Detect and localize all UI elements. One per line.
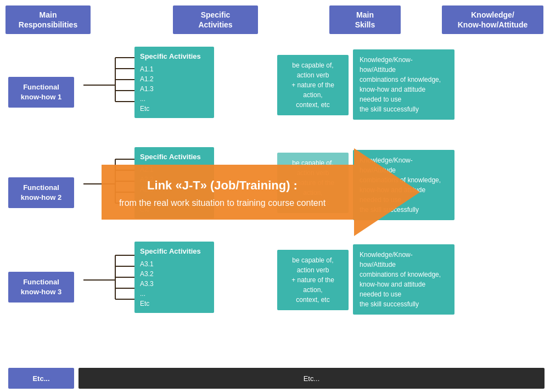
specific-item-dots2: ...	[140, 194, 209, 204]
specific-item-a32: A3.2	[140, 269, 209, 279]
func-knowhow-3: Functional know-how 3	[8, 272, 74, 303]
specific-item-etc2: Etc	[140, 204, 209, 214]
specific-item-dots3: ...	[140, 289, 209, 299]
bottom-etc-right: Etc...	[78, 368, 545, 389]
specific-item-a23: A2.3	[140, 184, 209, 194]
knowledge-box-2: Knowledge/Know-how/Attitude combinations…	[353, 150, 454, 220]
header-row: Main Responsibilities Specific Activitie…	[0, 0, 550, 40]
specific-item-a31: A3.1	[140, 259, 209, 269]
header-main-responsibilities: Main Responsibilities	[5, 5, 91, 34]
section-1: Functional know-how 1 Specific Activitie…	[0, 47, 550, 120]
specific-item-a13: A1.3	[140, 84, 209, 94]
bottom-etc-left: Etc...	[8, 368, 74, 389]
diagram-container: Main Responsibilities Specific Activitie…	[0, 0, 550, 392]
specific-item-etc3: Etc	[140, 299, 209, 309]
func-knowhow-2: Functional know-how 2	[8, 177, 74, 208]
header-main-skills: Main Skills	[329, 5, 401, 34]
skills-box-3: be capable of, action verb + nature of t…	[277, 250, 349, 310]
func-knowhow-1: Functional know-how 1	[8, 77, 74, 108]
specific-activities-2: Specific Activities A2.1 A2.2 A2.3 ... E…	[134, 147, 214, 219]
specific-activities-1: Specific Activities A1.1 A1.2 A1.3 ... E…	[134, 47, 214, 118]
specific-header-3: Specific Activities	[140, 246, 209, 257]
header-knowledge: Knowledge/ Know-how/Attitude	[442, 5, 543, 34]
knowledge-box-3: Knowledge/Know-how/Attitude combinations…	[353, 244, 454, 315]
specific-item-a21: A2.1	[140, 165, 209, 175]
specific-item-etc1: Etc	[140, 104, 209, 114]
skills-box-2: be capable of,action verb+ nature of the…	[277, 153, 349, 213]
specific-item-a22: A2.2	[140, 175, 209, 184]
bottom-row: Etc... Etc...	[0, 365, 550, 392]
specific-header-2: Specific Activities	[140, 152, 209, 163]
specific-item-a33: A3.3	[140, 279, 209, 289]
specific-item-a11: A1.1	[140, 64, 209, 74]
section-2: Functional know-how 2 Specific Activitie…	[0, 147, 550, 220]
specific-header-1: Specific Activities	[140, 51, 209, 62]
header-specific-activities: Specific Activities	[173, 5, 258, 34]
section-3: Functional know-how 3 Specific Activitie…	[0, 242, 550, 315]
specific-item-a12: A1.2	[140, 74, 209, 84]
knowledge-box-1: Knowledge/Know-how/Attitude combinations…	[353, 49, 454, 120]
specific-item-dots1: ...	[140, 94, 209, 104]
specific-activities-3: Specific Activities A3.1 A3.2 A3.3 ... E…	[134, 242, 214, 313]
skills-box-1: be capable of, action verb + nature of t…	[277, 55, 349, 115]
